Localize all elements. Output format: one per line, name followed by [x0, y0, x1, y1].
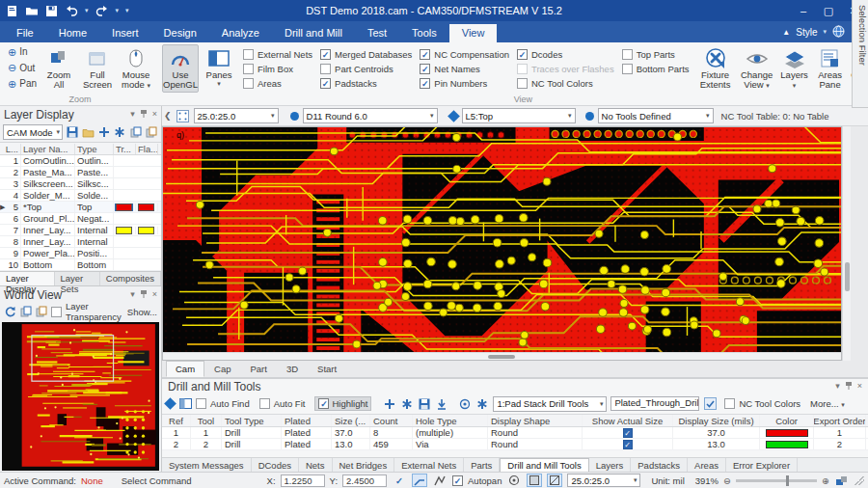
auto-find-checkbox[interactable]	[196, 398, 206, 409]
dock-tab-external-nets[interactable]: External Nets	[394, 458, 464, 472]
areas-pane-button[interactable]: Areas Pane	[813, 44, 848, 93]
status-grid-select[interactable]: 25.0:25.0▾	[567, 474, 640, 487]
pcb-canvas[interactable]: q)	[162, 126, 842, 361]
layer-row-3[interactable]: 3Silkscreen...Silksc...	[0, 178, 161, 190]
dock-tab-layers[interactable]: Layers	[589, 458, 632, 472]
layer-row-9[interactable]: 9Power_Pla...Positi...	[0, 248, 161, 259]
checkbox-top-parts[interactable]: Top Parts	[622, 49, 690, 60]
canvas-horizontal-scrollbar[interactable]	[163, 352, 841, 360]
layer-row-2[interactable]: 2Paste_Ma...Paste...	[0, 167, 161, 178]
tool-set-select[interactable]: 1:Pad Stack Drill Tools▾	[493, 396, 607, 412]
menu-tab-tools[interactable]: Tools	[399, 24, 449, 42]
panel-menu-icon[interactable]: ▾	[835, 382, 840, 391]
paste-view-icon[interactable]	[36, 305, 47, 318]
undo-icon[interactable]	[65, 5, 78, 16]
use-opengl-button[interactable]: Use OpenGL	[162, 44, 199, 93]
zoom-slider-thumb[interactable]	[786, 475, 789, 486]
drill-row-2[interactable]: 22DrillPlated13.0459ViaRound✓13.02	[162, 439, 868, 450]
save-tools-icon[interactable]	[418, 397, 431, 411]
copy-view-icon[interactable]	[20, 305, 32, 318]
canvas-vertical-scrollbar[interactable]	[842, 126, 851, 361]
dcode-select[interactable]: D11 Round 6.0▾	[303, 108, 438, 123]
y-coordinate-input[interactable]: 2.4500	[342, 474, 387, 487]
canvas-tab-part[interactable]: Part	[241, 361, 277, 377]
tab-layer-display[interactable]: Layer Display	[0, 272, 55, 285]
layer-transparency-checkbox[interactable]	[51, 307, 62, 317]
fixture-extents-button[interactable]: Fixture Extents	[695, 44, 736, 93]
checkbox-merged-databases[interactable]: ✓Merged Databases	[320, 49, 412, 60]
pan-button[interactable]: ⊕Pan	[8, 78, 37, 89]
change-view-button[interactable]: Change View ▾	[738, 44, 776, 94]
refresh-icon[interactable]	[4, 305, 16, 318]
close-panel-icon[interactable]: ×	[152, 290, 157, 299]
checkbox-traces-over-flashes[interactable]: Traces over Flashes	[517, 64, 614, 74]
menu-tab-insert[interactable]: Insert	[99, 24, 151, 42]
origin-icon[interactable]	[506, 474, 522, 487]
canvas-tab-start[interactable]: Start	[308, 361, 346, 377]
drill-row-1[interactable]: 11DrillPlated37.08(multiple)Round✓37.01	[162, 427, 868, 439]
menu-tab-drill-and-mill[interactable]: Drill and Mill	[272, 24, 355, 42]
snap-tool-icon[interactable]	[400, 397, 414, 411]
layer-flash-color[interactable]	[136, 227, 158, 234]
apply-coordinate-icon[interactable]: ✓	[392, 474, 407, 487]
style-caret-icon[interactable]: ▾	[823, 28, 827, 36]
copy-icon[interactable]	[129, 125, 143, 139]
highlight-toggle[interactable]: ✓Highlight	[314, 396, 371, 411]
open-layers-icon[interactable]	[82, 125, 95, 139]
screen-fit-icon[interactable]	[834, 474, 848, 487]
pin-icon[interactable]	[845, 381, 853, 392]
menu-tab-analyze[interactable]: Analyze	[209, 24, 272, 42]
customize-qat-icon[interactable]: ▾	[125, 7, 129, 14]
toolbar-scroll-left-icon[interactable]: ❮	[163, 111, 173, 121]
cam-mode-select[interactable]: CAM Mode▾	[3, 124, 63, 140]
full-screen-button[interactable]: Full Screen	[79, 44, 116, 93]
active-layer-select[interactable]: L5:Top▾	[462, 108, 576, 123]
grid-icon[interactable]	[176, 109, 190, 122]
layer-row-8[interactable]: 8Inner_Lay...Internal	[0, 236, 161, 248]
auto-fit-checkbox[interactable]	[259, 398, 270, 409]
selection-filter-tab[interactable]: Selection Filter	[852, 0, 868, 108]
redo-icon[interactable]	[95, 5, 109, 16]
menu-tab-view[interactable]: View	[449, 24, 498, 42]
fill-mode-icon[interactable]	[527, 474, 542, 487]
layer-row-5[interactable]: 5▶*TopTop	[0, 202, 161, 213]
show-label[interactable]: Show...	[127, 307, 157, 317]
layer-row-6[interactable]: 6Ground_Pl...Negat...	[0, 213, 161, 225]
add-layer-icon[interactable]	[97, 125, 111, 139]
zoom-plus-icon[interactable]: ⊕	[822, 475, 829, 486]
snap-icon[interactable]	[114, 125, 127, 139]
checkbox-bottom-parts[interactable]: Bottom Parts	[622, 64, 690, 74]
route-angle-any-icon[interactable]	[432, 474, 448, 487]
menu-tab-file[interactable]: File	[4, 24, 46, 42]
outline-mode-icon[interactable]	[547, 474, 562, 487]
redo-dropdown-icon[interactable]: ▾	[116, 7, 120, 14]
help-globe-icon[interactable]	[832, 25, 845, 40]
zoom-out-button[interactable]: ⊖Out	[8, 63, 37, 73]
undo-dropdown-icon[interactable]: ▾	[85, 7, 89, 14]
layer-row-4[interactable]: 4Solder_M...Solde...	[0, 190, 161, 202]
open-folder-icon[interactable]	[25, 5, 39, 16]
nc-tools-select[interactable]: No Tools Defined▾	[598, 108, 714, 123]
checkbox-nc-tool-colors[interactable]: NC Tool Colors	[517, 78, 614, 89]
maximize-button[interactable]: ▢	[816, 1, 841, 20]
layer-row-10[interactable]: 10BottomBottom	[0, 259, 161, 271]
nc-tool-colors-checkbox[interactable]	[724, 398, 735, 409]
close-panel-icon[interactable]: ×	[152, 110, 157, 119]
dock-tab-net-bridges[interactable]: Net Bridges	[333, 458, 395, 472]
menu-tab-home[interactable]: Home	[46, 24, 99, 42]
layer-row-1[interactable]: 1ComOutlin...Outlin...	[0, 155, 161, 167]
dock-tab-error-explorer[interactable]: Error Explorer	[726, 458, 798, 472]
dock-tab-nets[interactable]: Nets	[299, 458, 333, 472]
zoom-minus-icon[interactable]: ⊖	[723, 475, 731, 486]
snap2-icon[interactable]	[475, 397, 489, 411]
dock-tab-padstacks[interactable]: Padstacks	[631, 458, 688, 472]
dock-tab-areas[interactable]: Areas	[688, 458, 726, 472]
save-layers-icon[interactable]	[66, 125, 79, 139]
panes-button[interactable]: Panes ▾	[201, 44, 237, 91]
mouse-mode-button[interactable]: Mouse mode ▾	[118, 44, 154, 94]
checkbox-areas[interactable]: Areas	[243, 78, 312, 89]
layer-flash-color[interactable]	[136, 203, 158, 211]
zoom-all-button[interactable]: Zoom All	[41, 44, 77, 93]
ribbon-collapse-icon[interactable]: ▲	[782, 28, 790, 37]
menu-tab-design[interactable]: Design	[151, 24, 209, 42]
